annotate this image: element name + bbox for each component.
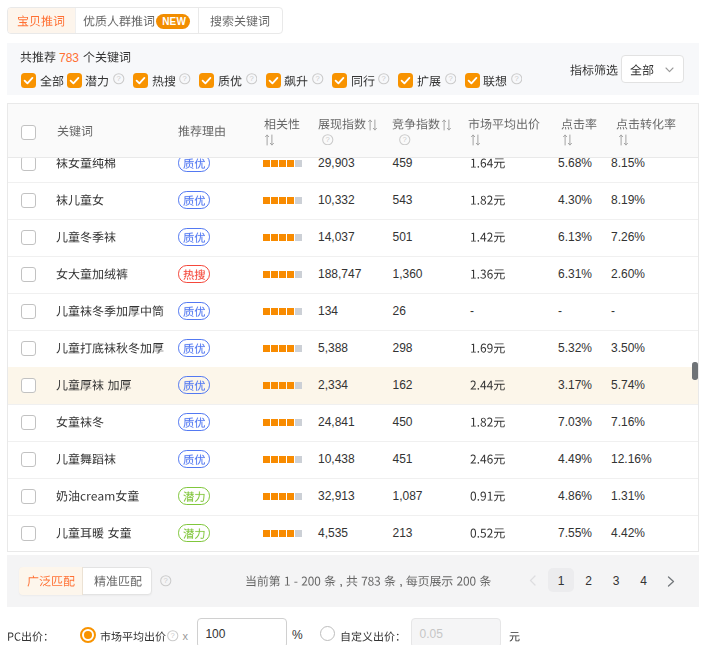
svg-text:?: ? xyxy=(403,135,407,144)
svg-text:?: ? xyxy=(515,75,519,84)
svg-text:?: ? xyxy=(249,75,253,84)
svg-text:?: ? xyxy=(171,632,175,641)
svg-text:?: ? xyxy=(326,135,330,144)
svg-text:?: ? xyxy=(117,75,121,84)
svg-text:?: ? xyxy=(316,75,320,84)
svg-text:?: ? xyxy=(164,576,168,585)
svg-text:?: ? xyxy=(382,75,386,84)
svg-text:?: ? xyxy=(448,75,452,84)
svg-text:?: ? xyxy=(183,75,187,84)
